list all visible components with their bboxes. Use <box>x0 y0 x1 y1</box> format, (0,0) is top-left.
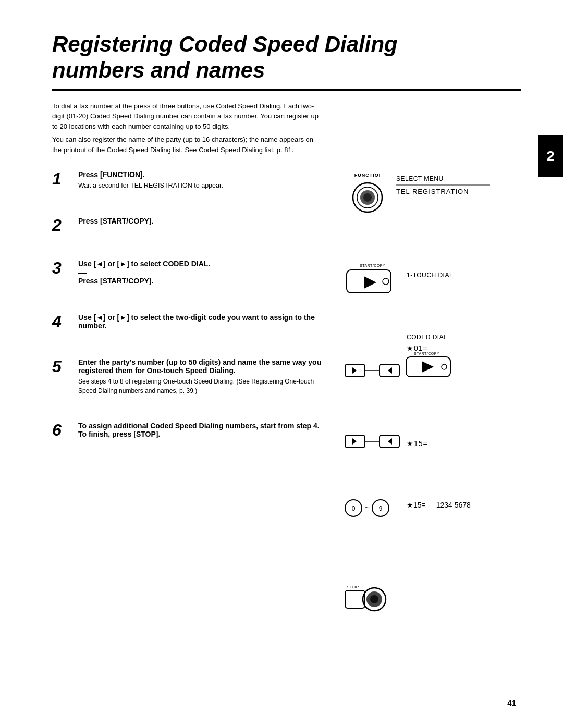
step-2-content: Press [START/COPY]. <box>78 217 328 227</box>
svg-marker-7 <box>364 276 376 289</box>
step-6-icon-area: STOP <box>344 582 391 615</box>
page-container: 2 Registering Coded Speed Dialing number… <box>0 0 563 728</box>
start-copy-button-icon-2: START/COPY <box>403 350 461 381</box>
start-copy-button-icon-1: START/COPY <box>344 262 401 298</box>
svg-text:STOP: STOP <box>347 585 359 589</box>
chapter-number: 2 <box>546 148 555 165</box>
svg-marker-19 <box>352 438 357 445</box>
step-3-number: 3 <box>52 260 73 276</box>
svg-text:~: ~ <box>365 503 369 512</box>
svg-marker-21 <box>388 438 392 445</box>
chapter-tab: 2 <box>538 135 563 177</box>
step-4-display: ★15= <box>407 439 428 448</box>
page-title: Registering Coded Speed Dialing numbers … <box>52 31 521 91</box>
step-3-title: Use [◄] or [►] to select CODED DIAL. Pre… <box>78 260 328 285</box>
step-5-display: ★15= 1234 5678 <box>407 501 471 509</box>
svg-marker-10 <box>352 367 357 374</box>
coded-dial-label: CODED DIAL <box>407 334 461 341</box>
step-1-title: Press [FUNCTION]. <box>78 170 328 179</box>
steps-area: 1 Press [FUNCTION]. Wait a second for TE… <box>52 170 521 639</box>
svg-marker-16 <box>422 361 434 373</box>
step-5-desc: See steps 4 to 8 of registering One-touc… <box>78 377 328 396</box>
step-4-row: 4 Use [◄] or [►] to select the two-digit… <box>52 313 521 332</box>
step-5-value-label: ★15= 1234 5678 <box>407 501 471 509</box>
step-6-row: 6 To assign additional Coded Speed Diali… <box>52 422 521 440</box>
svg-point-8 <box>383 278 389 285</box>
step-1-number: 1 <box>52 170 73 187</box>
tel-registration-label: TEL REGISTRATION <box>396 188 490 195</box>
step-4-title: Use [◄] or [►] to select the two-digit c… <box>78 313 328 330</box>
svg-point-32 <box>370 595 378 603</box>
step-5-title: Enter the party's number (up to 50 digit… <box>78 358 328 375</box>
step-3-content: Use [◄] or [►] to select CODED DIAL. Pre… <box>78 260 328 287</box>
svg-point-4 <box>363 193 372 202</box>
step-5-icon-area: 0 ~ 9 ★15= 1234 5678 <box>344 493 471 509</box>
select-menu-label: SELECT MENU <box>396 175 490 182</box>
svg-rect-29 <box>345 590 365 608</box>
step-2-display: 1-TOUCH DIAL <box>407 272 453 279</box>
step-2-number: 2 <box>52 217 73 233</box>
svg-text:FUNCTIOI: FUNCTIOI <box>354 172 381 178</box>
step-4-icon-area: ★15= <box>344 431 428 448</box>
step-5-number: 5 <box>52 358 73 375</box>
svg-point-17 <box>442 364 447 369</box>
svg-marker-12 <box>388 367 392 374</box>
step-6-content: To assign additional Coded Speed Dialing… <box>78 422 328 440</box>
number-keys-icon: 0 ~ 9 <box>344 493 396 522</box>
svg-text:START/COPY: START/COPY <box>360 264 385 267</box>
step-6-number: 6 <box>52 422 73 438</box>
step-1-desc: Wait a second for TEL REGISTRATION to ap… <box>78 181 328 191</box>
step-4-value: ★15= <box>407 439 428 448</box>
step-5-content: Enter the party's number (up to 50 digit… <box>78 358 328 396</box>
step-4-content: Use [◄] or [►] to select the two-digit c… <box>78 313 328 332</box>
page-number: 41 <box>507 698 516 707</box>
step-3-icon-area: START/COPY CODED DIAL ★01= <box>344 348 461 352</box>
touch-dial-label: 1-TOUCH DIAL <box>407 272 453 279</box>
svg-text:9: 9 <box>379 505 383 512</box>
step-6-title: To assign additional Coded Speed Dialing… <box>78 422 328 438</box>
step-1-icon-area: FUNCTIOI SELECT MENU TEL REGISTRATION <box>344 170 490 195</box>
intro-text: To dial a fax number at the press of thr… <box>52 101 323 155</box>
svg-text:START/COPY: START/COPY <box>414 352 439 355</box>
arrow-buttons-icon-2 <box>344 431 401 452</box>
step-2-icon-area: START/COPY 1-TOUCH DIAL <box>344 262 453 281</box>
svg-text:0: 0 <box>352 505 356 512</box>
step-1-display: SELECT MENU TEL REGISTRATION <box>396 175 490 195</box>
stop-button-icon: STOP <box>344 582 391 613</box>
arrow-buttons-icon-1 <box>344 360 401 381</box>
function-button-icon: FUNCTIOI <box>344 170 391 217</box>
step-4-number: 4 <box>52 313 73 330</box>
step-1-content: Press [FUNCTION]. Wait a second for TEL … <box>78 170 328 191</box>
step-2-title: Press [START/COPY]. <box>78 217 328 225</box>
